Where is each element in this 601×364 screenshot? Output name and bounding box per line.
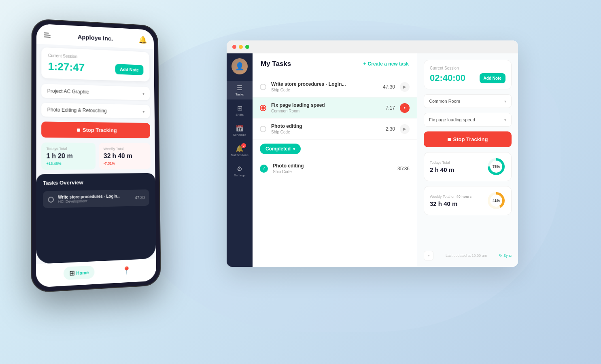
rp-today-stat: Todays Total 2 h 40 m 75% [424,152,512,181]
phone-stop-tracking-button[interactable]: Stop Tracking [41,121,150,138]
sidebar-item-schedule[interactable]: 📅 Schedule [227,121,253,140]
today-donut-chart: 75% [487,157,505,176]
phone-task-info: Write store procedures - Login... HCI De… [58,194,131,204]
task-stop-button-2[interactable]: ● [400,103,410,113]
rp-weekly-label: Weekly Total on 40 hours [430,195,471,199]
phone-app-title: Apploye Inc. [78,33,113,42]
task-play-button-3[interactable]: ▶ [400,124,410,134]
bell-icon: 🔔 [138,36,147,44]
phone-stats-row: Todays Total 1 h 20 m +13.45% Weekly Tot… [41,142,151,170]
rp-add-note-button[interactable]: Add Note [480,73,505,83]
task-time-2: 7:17 [386,105,395,111]
app-main-area: My Tasks + Create a new task Write store… [253,53,417,267]
phone-task-time: 47:30 [135,195,144,200]
chevron-down-icon: ▾ [504,99,506,104]
window-close-button[interactable] [232,45,236,49]
task-name-3: Photo editing [271,123,381,129]
expand-button[interactable]: » [424,251,433,260]
sync-button[interactable]: ↻ Sync [499,254,512,258]
task-project-2: Common Room [271,109,381,113]
task-info-1: Write store procedures - Login... Ship C… [271,81,378,92]
phone-bottom-nav: ⊞ Home 📍 [36,258,156,288]
task-play-button-1[interactable]: ▶ [400,82,410,92]
chevron-down-icon: ▾ [142,91,144,96]
window-titlebar [227,40,518,53]
table-row: ✓ Photo editing Ship Code 35:36 [253,158,417,179]
task-name-1: Write store procedures - Login... [271,81,378,87]
tasks-icon: ☰ [237,84,242,92]
phone-tasks-title: Tasks Overview [43,179,149,186]
rp-stop-tracking-button[interactable]: Stop Tracking [424,131,512,147]
window-minimize-button[interactable] [239,45,243,49]
rp-project-dropdown[interactable]: Common Room ▾ [424,94,512,108]
weekly-donut-label: 41% [493,199,500,203]
table-row: Fix page loading speed Common Room 7:17 … [253,97,417,119]
task-info-2: Fix page loading speed Common Room [271,102,381,113]
phone-task-value: Photo Editing & Retouching [47,107,107,114]
task-radio-1[interactable] [260,84,266,90]
window-maximize-button[interactable] [245,45,249,49]
rp-session-label: Current Session [430,66,505,70]
completed-section: Completed ▾ [253,140,417,158]
create-task-label: Create a new task [368,61,409,67]
rp-task-dropdown[interactable]: Fix page loading speed ▾ [424,113,512,127]
task-radio-2[interactable] [260,105,266,111]
schedule-icon: 📅 [236,125,244,132]
chevron-down-icon: ▾ [293,147,295,151]
completed-task-time: 35:36 [397,166,410,171]
app-right-panel: Current Session 02:40:00 Add Note Common… [417,53,518,267]
task-time-1: 47:30 [383,84,395,90]
task-info-3: Photo editing Ship Code [271,123,381,134]
rp-weekly-value: 32 h 40 m [430,200,471,207]
app-sidebar: 👤 ☰ Tasks ⊞ Shifts 📅 Schedule 🔔 2 Notifi… [227,53,253,267]
rp-project-value: Common Room [429,99,460,104]
rp-weekly-info: Weekly Total on 40 hours 32 h 40 m [430,195,471,207]
phone-home-tab[interactable]: ⊞ Home [64,265,95,280]
user-avatar: 👤 [231,58,248,74]
settings-icon: ⚙ [237,165,242,173]
sidebar-item-tasks[interactable]: ☰ Tasks [227,81,253,99]
phone-session-time: 1:27:47 [48,60,85,74]
phone-session-card: Current Session 1:27:47 Add Note [41,47,149,82]
completed-toggle-button[interactable]: Completed ▾ [260,144,301,154]
phone-project-dropdown[interactable]: Project AC Graphic ▾ [41,84,150,100]
rp-today-value: 2 h 40 m [430,166,454,173]
chevron-down-icon: ▾ [142,109,144,114]
sidebar-shifts-label: Shifts [236,113,244,116]
task-project-1: Ship Code [271,88,378,92]
today-donut-label: 75% [493,165,500,169]
sidebar-schedule-label: Schedule [233,133,246,137]
create-task-button[interactable]: + Create a new task [363,61,409,67]
notification-badge-wrapper: 🔔 2 [236,145,244,152]
task-project-3: Ship Code [271,130,381,134]
sync-label: Sync [503,254,512,258]
rp-footer: » Last updated at 10:00 am ↻ Sync [424,251,512,260]
sidebar-item-settings[interactable]: ⚙ Settings [227,162,253,180]
rp-task-value: Fix page loading speed [429,117,475,122]
rp-stop-label: Stop Tracking [453,136,488,142]
phone-today-stat: Todays Total 1 h 20 m +13.45% [41,142,96,170]
chevron-down-icon: ▾ [504,118,506,122]
location-icon[interactable]: 📍 [122,266,131,275]
phone-task-dropdown[interactable]: Photo Editing & Retouching ▾ [41,103,150,119]
sidebar-item-notifications[interactable]: 🔔 2 Notifications [227,142,253,160]
completed-task-name: Photo editing [273,163,393,169]
rp-today-info: Todays Total 2 h 40 m [430,161,454,173]
phone-today-value: 1 h 20 m [46,152,91,160]
sidebar-item-shifts[interactable]: ⊞ Shifts [227,101,253,120]
recording-dot [261,106,265,110]
phone-home-label: Home [76,270,89,275]
phone-today-label: Todays Total [47,147,91,151]
phone-project-value: Project AC Graphic [47,88,89,95]
rp-today-label: Todays Total [430,161,454,165]
phone-header: Apploye Inc. 🔔 [36,23,154,49]
sidebar-notifications-label: Notifications [231,153,248,157]
menu-icon[interactable] [44,32,51,38]
notification-bell[interactable]: 🔔 [138,35,147,44]
phone-tasks-overview: Tasks Overview Write store procedures - … [36,173,156,264]
phone-task-radio [48,197,54,203]
task-radio-3[interactable] [260,126,266,132]
completed-label: Completed [265,146,291,152]
task-time-3: 2:30 [386,126,395,132]
phone-add-note-button[interactable]: Add Note [115,64,144,75]
